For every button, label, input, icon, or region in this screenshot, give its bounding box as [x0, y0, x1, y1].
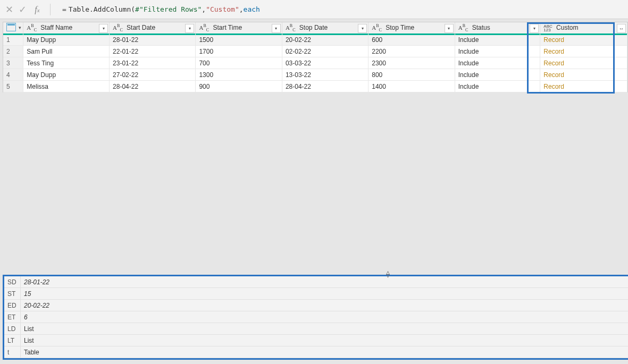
- column-header-start-date[interactable]: ABC Start Date ▾: [110, 22, 196, 34]
- record-key: LD: [4, 323, 21, 335]
- column-label: Custom: [556, 24, 578, 31]
- cell-start-time: 1300: [196, 69, 282, 81]
- cell-stop-time: 2300: [369, 57, 455, 69]
- data-grid: ▾ ABC Staff Name ▾ ABC Start Date ▾: [3, 22, 628, 92]
- cell-stop-time: 600: [369, 34, 455, 46]
- type-text-icon: ABC: [286, 24, 296, 31]
- record-preview: ▵▿ SD 28-01-22 ST 15 ED 20-02-22 ET 6 LD…: [3, 275, 628, 360]
- formula-open: (: [131, 5, 135, 13]
- record-row[interactable]: ST 15: [4, 288, 628, 300]
- row-number: 3: [3, 57, 23, 69]
- row-number: 5: [3, 81, 23, 92]
- record-value[interactable]: List: [21, 323, 629, 335]
- formula-equals: =: [62, 5, 66, 13]
- column-header-staff[interactable]: ABC Staff Name ▾: [23, 22, 110, 34]
- record-key: ED: [4, 300, 21, 311]
- record-value[interactable]: List: [21, 335, 629, 346]
- cell-start-date: 28-04-22: [110, 81, 196, 92]
- column-label: Start Date: [127, 24, 155, 31]
- cell-stop-date: 20-02-22: [282, 34, 368, 46]
- record-link: Record: [543, 83, 564, 90]
- cell-staff: May Dupp: [23, 69, 110, 81]
- column-label: Stop Date: [299, 24, 328, 31]
- cell-start-time: 1500: [196, 34, 282, 46]
- results-table: ▾ ABC Staff Name ▾ ABC Start Date ▾: [3, 22, 627, 92]
- highlight-border: [527, 22, 529, 94]
- formula-string: "Custom": [206, 5, 239, 13]
- accept-icon[interactable]: ✓: [19, 4, 27, 15]
- filter-icon[interactable]: ▾: [358, 24, 367, 33]
- record-row[interactable]: t Table: [4, 346, 628, 358]
- column-header-start-time[interactable]: ABC Start Time ▾: [196, 22, 282, 34]
- record-row[interactable]: SD 28-01-22: [4, 276, 628, 288]
- table-row[interactable]: 3 Tess Ting 23-01-22 700 03-03-22 2300 I…: [3, 57, 627, 69]
- column-header-stop-date[interactable]: ABC Stop Date ▾: [282, 22, 368, 34]
- cell-stop-time: 2200: [369, 46, 455, 57]
- type-any-icon: ABC 123: [543, 24, 552, 32]
- record-value[interactable]: Table: [21, 346, 629, 358]
- cell-stop-date: 13-03-22: [282, 69, 368, 81]
- record-table: SD 28-01-22 ST 15 ED 20-02-22 ET 6 LD Li…: [4, 276, 628, 358]
- record-preview-pane: ▵▿ SD 28-01-22 ST 15 ED 20-02-22 ET 6 LD…: [0, 275, 628, 360]
- record-value: 6: [21, 311, 629, 323]
- column-label: Staff Name: [40, 24, 72, 31]
- formula-fn: Table.AddColumn: [69, 5, 131, 13]
- type-text-icon: ABC: [27, 24, 37, 31]
- formula-keyword: each: [244, 5, 260, 13]
- cell-start-time: 700: [196, 57, 282, 69]
- record-key: LT: [4, 335, 21, 346]
- cell-stop-date: 02-02-22: [282, 46, 368, 57]
- formula-input[interactable]: = Table.AddColumn ( #"Filtered Rows" , "…: [62, 5, 260, 13]
- cell-start-time: 900: [196, 81, 282, 92]
- record-value: 15: [21, 288, 629, 300]
- record-value: 20-02-22: [21, 300, 629, 311]
- column-header-stop-time[interactable]: ABC Stop Time ▾: [369, 22, 455, 34]
- chevron-down-icon: ▾: [19, 25, 22, 29]
- cell-start-date: 23-01-22: [110, 57, 196, 69]
- filter-icon[interactable]: ▾: [272, 24, 281, 33]
- filter-icon[interactable]: ▾: [99, 24, 108, 33]
- highlight-border: [613, 22, 615, 94]
- table-icon: [6, 23, 16, 31]
- record-key: SD: [4, 276, 21, 288]
- table-corner[interactable]: ▾: [3, 22, 23, 34]
- column-label: Start Time: [213, 24, 242, 31]
- column-label: Stop Time: [386, 24, 414, 31]
- table-row[interactable]: 5 Melissa 28-04-22 900 28-04-22 1400 Inc…: [3, 81, 627, 92]
- cell-stop-date: 03-03-22: [282, 57, 368, 69]
- type-text-icon: ABC: [458, 24, 468, 31]
- table-row[interactable]: 1 May Dupp 28-01-22 1500 20-02-22 600 In…: [3, 34, 627, 46]
- record-key: t: [4, 346, 21, 358]
- expand-icon[interactable]: ↔: [617, 24, 626, 33]
- formula-ref: #"Filtered Rows": [135, 5, 202, 13]
- filter-icon[interactable]: ▾: [530, 24, 539, 33]
- highlight-border: [527, 22, 615, 24]
- cell-start-date: 28-01-22: [110, 34, 196, 46]
- record-row[interactable]: LT List: [4, 335, 628, 346]
- cancel-icon[interactable]: ✕: [5, 4, 13, 15]
- record-row[interactable]: ET 6: [4, 311, 628, 323]
- formula-sep: ,: [202, 5, 206, 13]
- record-key: ST: [4, 288, 21, 300]
- record-row[interactable]: LD List: [4, 323, 628, 335]
- table-row[interactable]: 2 Sam Pull 22-01-22 1700 02-02-22 2200 I…: [3, 46, 627, 57]
- row-number: 4: [3, 69, 23, 81]
- filter-icon[interactable]: ▾: [185, 24, 194, 33]
- record-link: Record: [543, 71, 564, 79]
- row-number: 1: [3, 34, 23, 46]
- record-link: Record: [543, 60, 564, 67]
- filter-icon[interactable]: ▾: [445, 24, 454, 33]
- record-key: ET: [4, 311, 21, 323]
- splitter-icon[interactable]: ▵▿: [386, 270, 391, 277]
- fx-icon[interactable]: fx: [32, 5, 43, 14]
- cell-staff: Sam Pull: [23, 46, 110, 57]
- record-row[interactable]: ED 20-02-22: [4, 300, 628, 311]
- table-row[interactable]: 4 May Dupp 27-02-22 1300 13-03-22 800 In…: [3, 69, 627, 81]
- cell-stop-date: 28-04-22: [282, 81, 368, 92]
- record-link: Record: [543, 48, 564, 55]
- type-text-icon: ABC: [372, 24, 382, 31]
- formula-sep2: ,: [239, 5, 244, 13]
- cell-start-date: 22-01-22: [110, 46, 196, 57]
- type-text-icon: ABC: [113, 24, 123, 31]
- record-link: Record: [543, 36, 564, 44]
